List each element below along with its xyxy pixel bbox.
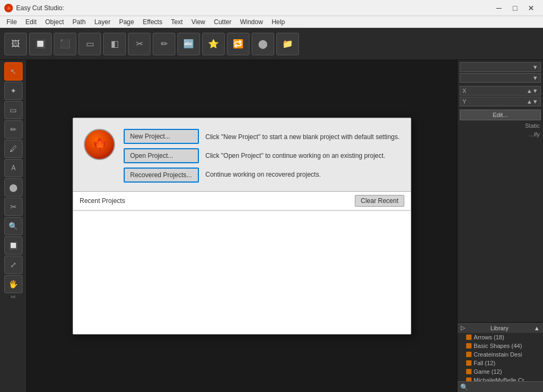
tool-zoom[interactable]: 🔍: [4, 217, 23, 235]
menu-window[interactable]: Window: [235, 17, 267, 27]
search-icon: 🔍: [460, 383, 468, 391]
toolbar-btn-1[interactable]: 🔲: [29, 33, 52, 55]
library-folder-icon: [466, 335, 471, 340]
library-panel: ▷ Library ▲ Arrows (18) Basic Shapes (44…: [457, 322, 543, 392]
menu-bar: File Edit Object Path Layer Page Effects…: [0, 16, 543, 28]
tool-text[interactable]: Ａ: [4, 159, 23, 177]
toolbar-btn-10[interactable]: ⬤: [252, 33, 274, 55]
library-item-createinstain[interactable]: Createinstain Desi: [458, 350, 543, 359]
menu-page[interactable]: Page: [115, 17, 138, 27]
menu-layer[interactable]: Layer: [90, 17, 115, 27]
recovered-projects-desc: Continue working on recovered projects.: [205, 168, 400, 182]
toolbar-btn-7[interactable]: 🔤: [177, 33, 200, 55]
panel-section-2: X ▲▼ Y ▲▼: [460, 86, 541, 107]
toolbar-btn-8[interactable]: ⭐: [202, 33, 225, 55]
app-title: Easy Cut Studio:: [16, 4, 491, 12]
app-icon: 🍁: [4, 4, 13, 12]
library-folder-icon: [466, 352, 471, 357]
close-button[interactable]: ✕: [524, 2, 539, 14]
menu-cutter[interactable]: Cutter: [210, 17, 236, 27]
dialog-logo: 🍁: [84, 129, 115, 160]
menu-edit[interactable]: Edit: [21, 17, 41, 27]
tool-ellipse[interactable]: ⬤: [4, 178, 23, 197]
panel-section-1: ▼ ▼: [460, 62, 541, 84]
library-title: Library: [490, 325, 509, 331]
library-folder-icon: [466, 360, 471, 366]
tool-hand[interactable]: 🖐: [4, 275, 23, 293]
toolbar-btn-5[interactable]: ✂: [128, 33, 151, 55]
dropdown-arrow-1: ▼: [532, 64, 538, 70]
tool-select[interactable]: ↖: [4, 62, 23, 81]
recent-list: [73, 210, 411, 334]
toolbar-btn-11[interactable]: 📁: [276, 33, 299, 55]
dropdown-arrow-2: ▼: [532, 75, 538, 81]
menu-text[interactable]: Text: [167, 17, 187, 27]
recent-projects-section: Recent Projects Clear Recent: [73, 192, 411, 334]
new-project-button[interactable]: New Project...: [124, 129, 199, 144]
tool-transform[interactable]: ⤢: [4, 256, 23, 274]
recent-label: Recent Projects: [80, 197, 125, 205]
recent-header: Recent Projects Clear Recent: [73, 192, 411, 210]
window-controls: ─ □ ✕: [491, 2, 539, 14]
library-folder-icon: [466, 369, 471, 374]
tool-node[interactable]: ✦: [4, 82, 23, 100]
open-project-desc: Click "Open Project" to continue working…: [205, 149, 400, 163]
open-project-button[interactable]: Open Project...: [124, 148, 199, 163]
dialog-top: 🍁 New Project... Open Project... Recover…: [73, 118, 411, 191]
panel-dropdown-2[interactable]: ▼: [460, 73, 541, 83]
library-folder-icon: [466, 343, 471, 349]
new-project-desc: Click "New Project" to start a new blank…: [205, 130, 400, 144]
tool-brush[interactable]: 🖊: [4, 140, 23, 158]
toolbar-btn-4[interactable]: ◧: [103, 33, 126, 55]
library-item-game[interactable]: Game (12): [458, 367, 543, 376]
toolbar: 🖼 🔲 ⬛ ▭ ◧ ✂ ✏ 🔤 ⭐ 🔁 ⬤ 📁: [0, 28, 543, 60]
library-search[interactable]: 🔍: [457, 381, 543, 392]
clear-recent-button[interactable]: Clear Recent: [355, 195, 404, 207]
minimize-button[interactable]: ─: [491, 2, 506, 14]
menu-file[interactable]: File: [2, 17, 21, 27]
dialog-descriptions: Click "New Project" to start a new blank…: [205, 129, 400, 182]
library-item-arrows[interactable]: Arrows (18): [458, 333, 543, 342]
tool-cut[interactable]: ✂: [4, 198, 23, 216]
tool-frame[interactable]: 🔲: [4, 236, 23, 255]
toolbar-btn-0[interactable]: 🖼: [4, 33, 27, 55]
sidebar-label: lut: [11, 294, 15, 299]
collapse-icon: ▷: [461, 324, 465, 331]
dialog-overlay: 🍁 New Project... Open Project... Recover…: [27, 60, 457, 392]
library-item-fall[interactable]: Fall (12): [458, 359, 543, 367]
left-sidebar: ↖ ✦ ▭ ✏ 🖊 Ａ ⬤ ✂ 🔍 🔲 ⤢ 🖐 lut: [0, 60, 27, 392]
welcome-dialog: 🍁 New Project... Open Project... Recover…: [73, 118, 411, 335]
recovered-projects-button[interactable]: Recovered Projects...: [124, 168, 199, 183]
panel-field-y: Y ▲▼: [460, 97, 541, 106]
toolbar-btn-3[interactable]: ▭: [78, 33, 101, 55]
edit-button[interactable]: Edit...: [460, 110, 541, 120]
menu-view[interactable]: View: [187, 17, 210, 27]
title-bar: 🍁 Easy Cut Studio: ─ □ ✕: [0, 0, 543, 16]
toolbar-btn-9[interactable]: 🔁: [227, 33, 249, 55]
toolbar-btn-6[interactable]: ✏: [153, 33, 175, 55]
modify-label: ...ify: [460, 130, 541, 139]
toolbar-btn-2[interactable]: ⬛: [54, 33, 76, 55]
panel-dropdown-1[interactable]: ▼: [460, 62, 541, 72]
menu-object[interactable]: Object: [41, 17, 68, 27]
tool-rect[interactable]: ▭: [4, 101, 23, 119]
static-label: Static: [460, 121, 541, 130]
menu-effects[interactable]: Effects: [138, 17, 166, 27]
library-expand[interactable]: ▲: [534, 325, 540, 331]
dialog-buttons: New Project... Open Project... Recovered…: [124, 129, 199, 183]
menu-help[interactable]: Help: [267, 17, 289, 27]
library-item-basic-shapes[interactable]: Basic Shapes (44): [458, 342, 543, 350]
menu-path[interactable]: Path: [68, 17, 90, 27]
canvas-area: 🍁 New Project... Open Project... Recover…: [27, 60, 457, 392]
panel-field-x: X ▲▼: [460, 86, 541, 96]
tool-pen[interactable]: ✏: [4, 120, 23, 139]
library-header: ▷ Library ▲: [458, 323, 543, 333]
maximize-button[interactable]: □: [508, 2, 523, 14]
